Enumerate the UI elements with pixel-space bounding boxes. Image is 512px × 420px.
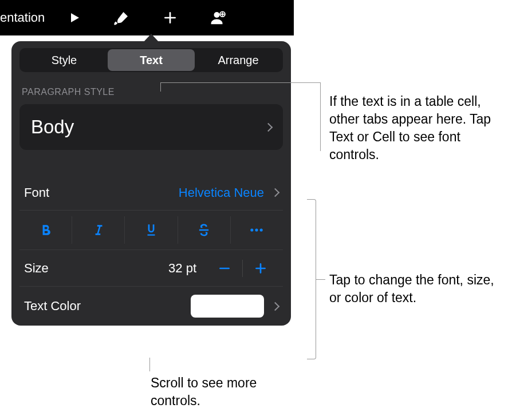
app-toolbar: entation <box>0 0 294 35</box>
text-color-swatch[interactable] <box>191 295 264 318</box>
underline-button[interactable] <box>125 216 178 244</box>
tab-text[interactable]: Text <box>108 49 195 71</box>
svg-point-0 <box>214 12 220 18</box>
callout-leader <box>160 82 321 83</box>
paintbrush-icon[interactable] <box>113 9 131 26</box>
callout-leader <box>320 82 321 151</box>
bold-button[interactable] <box>19 216 72 244</box>
paragraph-style-row[interactable]: Body <box>19 104 283 150</box>
strikethrough-button[interactable] <box>178 216 231 244</box>
text-style-buttons <box>19 211 283 250</box>
inspector-tabs: Style Text Arrange <box>19 48 283 72</box>
size-increase-button[interactable] <box>243 257 278 280</box>
size-label: Size <box>24 261 49 276</box>
svg-point-2 <box>251 228 254 231</box>
paragraph-style-heading: Paragraph Style <box>22 87 281 97</box>
text-color-row[interactable]: Text Color <box>19 287 283 326</box>
italic-button[interactable] <box>72 216 125 244</box>
collaborate-icon[interactable] <box>210 9 227 26</box>
callout-font-note: Tap to change the font, size, or color o… <box>329 271 507 307</box>
callout-leader <box>316 279 325 280</box>
font-label: Font <box>24 185 49 200</box>
popover-pointer <box>144 34 159 42</box>
more-options-button[interactable] <box>231 216 283 244</box>
callout-leader <box>149 358 150 371</box>
callout-tabs-note: If the text is in a table cell, other ta… <box>329 93 501 164</box>
play-icon[interactable] <box>68 11 81 25</box>
size-decrease-button[interactable] <box>207 257 242 280</box>
plus-icon[interactable] <box>163 10 178 25</box>
font-row[interactable]: Font Helvetica Neue <box>19 175 283 211</box>
toolbar-title-fragment: entation <box>0 10 45 25</box>
callout-bracket <box>307 199 316 359</box>
callout-leader <box>160 82 161 92</box>
svg-point-4 <box>260 228 263 231</box>
svg-point-3 <box>255 228 258 231</box>
paragraph-style-value: Body <box>31 116 74 138</box>
size-stepper <box>207 257 278 280</box>
chevron-right-icon <box>264 122 273 132</box>
format-inspector-panel: Style Text Arrange Paragraph Style Body … <box>11 41 291 326</box>
chevron-right-icon <box>271 302 280 311</box>
size-row: Size 32 pt <box>19 250 283 287</box>
font-value: Helvetica Neue <box>179 185 264 200</box>
tab-style[interactable]: Style <box>21 49 108 71</box>
chevron-right-icon <box>271 188 280 197</box>
text-color-label: Text Color <box>24 299 81 314</box>
tab-arrange[interactable]: Arrange <box>195 49 282 71</box>
size-value: 32 pt <box>161 261 196 276</box>
callout-scroll-note: Scroll to see more controls. <box>151 374 300 410</box>
toolbar-icons <box>68 9 227 26</box>
